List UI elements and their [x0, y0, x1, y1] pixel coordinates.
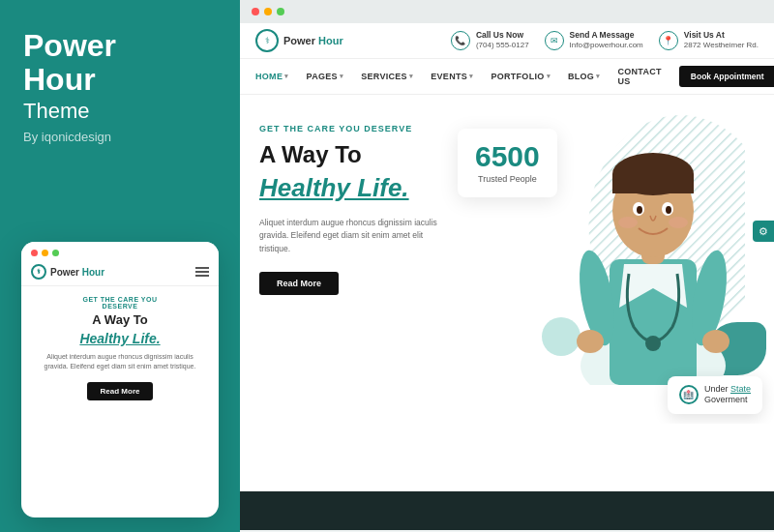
top-bar: ⚕ Power Hour 📞 Call Us Now (704) 555-012… — [240, 23, 774, 59]
hero-section: GET THE CARE YOU DESERVE A Way To Health… — [240, 95, 774, 424]
hamburger-menu[interactable] — [195, 267, 209, 277]
email-icon: ✉ — [545, 31, 564, 50]
mobile-logo: ⚕ Power Hour — [31, 264, 104, 280]
top-contact-info: 📞 Call Us Now (704) 555-0127 ✉ Send A Me… — [363, 30, 759, 50]
site-logo-text: Power Hour — [283, 35, 343, 46]
site-logo: ⚕ Power Hour — [255, 29, 343, 52]
mobile-dots — [21, 242, 219, 260]
nav-portfolio[interactable]: PORTFOLIO ▾ — [491, 64, 551, 89]
browser-dot-maximize[interactable] — [277, 8, 284, 15]
location-icon: 📍 — [659, 31, 678, 50]
hero-description: Aliquet interdum augue rhoncus dignissim… — [259, 217, 453, 256]
nav-events[interactable]: EVENTS ▾ — [431, 64, 473, 89]
mobile-dot-yellow — [42, 250, 48, 256]
nav-bar: HOME ▾ PAGES ▾ SERVICES ▾ EVENTS ▾ PORTF… — [240, 59, 774, 95]
hero-read-more-button[interactable]: Read More — [259, 272, 339, 295]
doctor-image — [556, 95, 750, 385]
svg-point-9 — [702, 330, 729, 353]
browser-chrome — [240, 0, 774, 23]
mobile-logo-icon: ⚕ — [31, 264, 46, 280]
visit-text: Visit Us At 2872 Westheimer Rd. — [684, 30, 759, 50]
message-text: Send A Message Info@powerhour.com — [570, 30, 643, 50]
hero-content-left: GET THE CARE YOU DESERVE A Way To Health… — [259, 124, 462, 295]
call-text: Call Us Now (704) 555-0127 — [476, 30, 529, 50]
browser-dot-close[interactable] — [252, 8, 259, 15]
svg-point-10 — [645, 336, 661, 351]
svg-point-8 — [577, 330, 604, 353]
book-appointment-button[interactable]: Book Appointment — [679, 66, 774, 87]
main-panel: ⚕ Power Hour 📞 Call Us Now (704) 555-012… — [240, 0, 774, 532]
government-badge: 🏥 Under State Goverment — [668, 376, 762, 414]
government-icon: 🏥 — [679, 385, 699, 404]
mobile-dot-red — [31, 250, 38, 256]
hero-heading1: A Way To — [259, 141, 462, 169]
nav-blog[interactable]: BLOG ▾ — [568, 64, 601, 89]
mobile-h1: A Way To — [31, 312, 209, 329]
mobile-mockup: ⚕ Power Hour GET THE CARE YOUDESERVE A W… — [21, 242, 219, 517]
website-preview: ⚕ Power Hour 📞 Call Us Now (704) 555-012… — [240, 23, 774, 530]
brand-title-line2: Hour — [23, 63, 217, 97]
brand-by: By iqonicdesign — [23, 130, 217, 144]
stats-box: 6500 Trusted People — [458, 129, 557, 197]
svg-rect-14 — [612, 174, 694, 193]
brand-name: Power Hour Theme By iqonicdesign — [23, 29, 217, 144]
mobile-h2: Healthy Life. — [31, 331, 209, 346]
mobile-read-more-button[interactable]: Read More — [87, 382, 154, 400]
hero-tagline: GET THE CARE YOU DESERVE — [259, 124, 462, 133]
message-info: ✉ Send A Message Info@powerhour.com — [545, 30, 643, 50]
phone-icon: 📞 — [451, 31, 470, 50]
mobile-dot-green — [52, 250, 59, 256]
svg-point-19 — [618, 217, 638, 228]
nav-contact[interactable]: CONTACT US — [617, 59, 661, 94]
mobile-hero: GET THE CARE YOUDESERVE A Way To Healthy… — [21, 286, 219, 406]
mobile-header: ⚕ Power Hour — [21, 260, 219, 286]
mobile-logo-text: Power Hour — [50, 267, 104, 278]
settings-button[interactable]: ⚙ — [753, 221, 774, 242]
hero-heading2: Healthy Life. — [259, 173, 462, 203]
stats-number: 6500 — [475, 142, 540, 171]
mobile-desc: Aliquet interdum augue rhoncus dignissim… — [31, 352, 209, 372]
svg-point-17 — [637, 206, 642, 214]
stats-label: Trusted People — [475, 174, 540, 184]
nav-services[interactable]: SERVICES ▾ — [361, 64, 413, 89]
nav-home[interactable]: HOME ▾ — [255, 64, 289, 89]
svg-point-18 — [666, 206, 671, 214]
site-logo-icon: ⚕ — [255, 29, 279, 52]
government-text: Under State Goverment — [704, 384, 751, 406]
brand-subtitle: Theme — [23, 99, 217, 124]
left-panel: Power Hour Theme By iqonicdesign ⚕ Power… — [0, 0, 240, 532]
browser-dot-minimize[interactable] — [264, 8, 272, 15]
nav-pages[interactable]: PAGES ▾ — [307, 64, 344, 89]
brand-title-line1: Power — [23, 29, 217, 63]
svg-point-20 — [669, 217, 688, 228]
visit-info: 📍 Visit Us At 2872 Westheimer Rd. — [659, 30, 759, 50]
bottom-dark-section — [240, 491, 774, 530]
call-info: 📞 Call Us Now (704) 555-0127 — [451, 30, 529, 50]
mobile-tagline: GET THE CARE YOUDESERVE — [31, 296, 209, 310]
